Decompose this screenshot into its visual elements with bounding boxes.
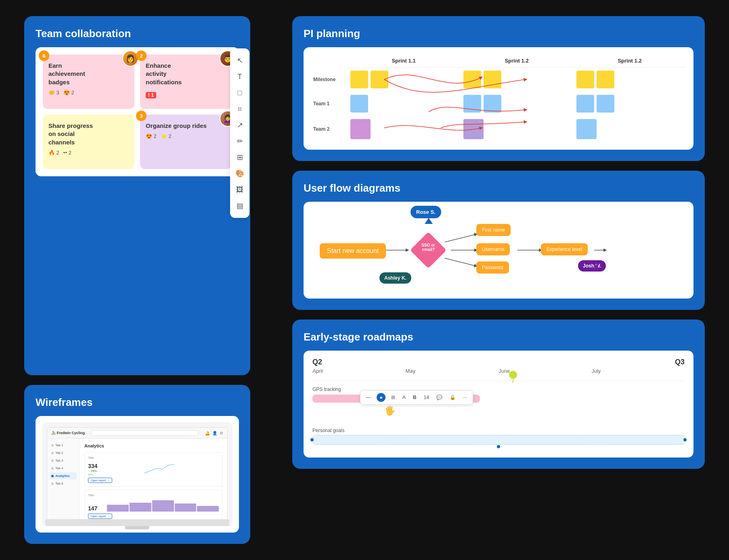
layout-icon[interactable]: ▤ — [233, 199, 247, 213]
edit-B-btn[interactable]: B — [411, 394, 418, 401]
josh-label: Josh W. — [578, 260, 606, 272]
bar-chart-2 — [107, 500, 219, 512]
firstname-label: First name — [476, 224, 511, 236]
alert-area: ! 1 — [146, 90, 226, 98]
laptop-icons: 🔔 👤 ⚙ — [205, 431, 223, 435]
pi-planning-inner: Sprint 1.1 Sprint 1.2 Sprint 1.2 Milesto… — [304, 47, 693, 150]
ashley-label: Ashley K. — [379, 272, 411, 284]
metric-card-1: Title 334 ↑ 15% aaa — [84, 452, 222, 487]
rectangle-icon[interactable]: □ — [233, 86, 247, 100]
team-collab-grid: 6 👩 Earnachievementbadges 🤝 3 😍 2 2 — [36, 47, 239, 176]
reaction-dots: •• 2 — [63, 150, 71, 156]
team-collab-title: Team collaboration — [36, 27, 239, 40]
laptop-search — [91, 430, 199, 436]
card-text-enhance: Enhanceactivitynotifications — [146, 62, 226, 86]
card-enhance: 2 👨 Enhanceactivitynotifications ! 1 — [140, 54, 232, 109]
card-reactions-earn: 🤝 3 😍 2 — [48, 90, 129, 96]
cursor-hand-icon: 🖐 — [384, 405, 395, 416]
sprint-1-2b-header: Sprint 1.2 — [573, 54, 686, 67]
sticky-yellow-2 — [371, 71, 388, 88]
pi-planning-title: PI planning — [304, 27, 693, 40]
pi-planning-panel: PI planning Sprint 1.1 Sprint 1.2 Sprint… — [292, 16, 705, 161]
edit-14-btn[interactable]: 14 — [422, 394, 431, 401]
cursor-icon[interactable]: ↖ — [233, 53, 247, 68]
josh-bubble: Josh W. — [578, 260, 606, 272]
card-text-share: Share progresson socialchannels — [48, 122, 129, 146]
sticky-note-icon[interactable]: ⌗ — [233, 102, 247, 116]
handle-left[interactable] — [310, 438, 314, 441]
decision-label: SSO oremail? — [410, 243, 446, 252]
team-collab-inner: 6 👩 Earnachievementbadges 🤝 3 😍 2 2 — [36, 47, 239, 176]
card-badge-organize: 3 — [136, 111, 147, 121]
edit-A-btn[interactable]: A — [401, 394, 407, 401]
sticky-blue-4 — [576, 95, 594, 113]
metric2-title: Title — [88, 493, 219, 497]
milestone-sprint3 — [573, 67, 686, 92]
card-reactions-organize: 😍 2 ⭐ 2 — [146, 133, 226, 139]
pen-icon[interactable]: ✏ — [233, 134, 247, 148]
sprint-1-2a-header: Sprint 1.2 — [460, 54, 573, 67]
card-badge-enhance: 2 — [136, 50, 147, 61]
metric1-up: ↑ 15% — [88, 469, 97, 473]
sidebar-tab4: Tab 4 — [50, 465, 77, 472]
metric1-sub: aaa — [88, 473, 97, 476]
team1-label: Team 1 — [311, 92, 347, 116]
arrow-icon[interactable]: ↗ — [233, 118, 247, 132]
edit-dash-btn[interactable]: — — [364, 394, 373, 401]
image-icon[interactable]: 🖼 — [233, 182, 247, 197]
edit-circle-btn[interactable]: ● — [377, 393, 385, 402]
text-icon[interactable]: T — [233, 69, 247, 84]
metric-card-2: Title 147 — [84, 490, 222, 519]
reaction-star-eyes: 😍 2 — [146, 133, 157, 139]
person-icon: 👤 — [212, 431, 217, 435]
sticky-purple-1 — [350, 119, 371, 139]
edit-comment-btn[interactable]: 💬 — [435, 394, 444, 401]
team2-sprint3 — [573, 116, 686, 142]
team2-sprint1 — [347, 116, 460, 142]
open-report-btn-1[interactable]: Open report → — [88, 478, 112, 483]
april-label: April — [312, 368, 406, 374]
sticky-blue-5 — [597, 95, 614, 113]
roadmaps-panel: Early-stage roadmaps Q2 Q3 — [292, 320, 705, 469]
timeline-divider — [312, 380, 685, 381]
sidebar-tab1: Tab 1 — [50, 442, 77, 449]
sticky-yellow-3 — [463, 71, 481, 88]
milestone-label: Milestone — [311, 67, 347, 92]
paint-icon[interactable]: 🎨 — [233, 166, 247, 181]
team2-sprint2 — [460, 116, 573, 142]
sidebar-tab3: Tab 3 — [50, 457, 77, 464]
user-flow-inner: Rose S. Start new account SSO oremail? F… — [304, 202, 693, 299]
team1-row: Team 1 — [311, 92, 686, 116]
laptop-screen: 🚴 Fredwin Cycling 🔔 👤 ⚙ — [47, 427, 228, 520]
sticky-yellow-6 — [597, 71, 614, 88]
q3-label: Q3 — [675, 358, 685, 366]
edit-lock-btn[interactable]: 🔒 — [448, 394, 457, 401]
sticky-blue-2 — [463, 95, 481, 113]
svg-line-3 — [445, 258, 477, 266]
edit-grid-btn[interactable]: ⊞ — [390, 394, 397, 401]
q2-label: Q2 — [312, 358, 322, 366]
open-report-btn-2[interactable]: Open report → — [88, 514, 112, 519]
card-text-organize: Organize group rides — [146, 122, 226, 130]
roadmaps-inner: Q2 Q3 April May June July — [304, 351, 693, 458]
sprint-1-1-header: Sprint 1.1 — [347, 54, 460, 67]
handle-right[interactable] — [683, 438, 687, 441]
decision-node: SSO oremail? — [410, 237, 446, 263]
sidebar-tab2: Tab 2 — [50, 449, 77, 456]
wireframes-inner: 🚴 Fredwin Cycling 🔔 👤 ⚙ — [36, 416, 239, 533]
wireframes-title: Wireframes — [36, 396, 239, 409]
roadmaps-title: Early-stage roadmaps — [304, 331, 693, 343]
alert-badge: ! 1 — [146, 92, 156, 98]
card-share: Share progresson socialchannels 🔥 2 •• 2 — [43, 115, 134, 169]
laptop-content: Analytics Title 334 ↑ 15% aaa — [80, 439, 227, 519]
edit-more-btn[interactable]: ··· — [461, 394, 469, 401]
handle-bottom — [497, 445, 500, 448]
reaction-star: ⭐ 2 — [161, 133, 172, 139]
milestone-sprint2 — [460, 67, 573, 92]
pi-planning-grid-container: Sprint 1.1 Sprint 1.2 Sprint 1.2 Milesto… — [304, 47, 693, 150]
crop-icon[interactable]: ⊞ — [233, 150, 247, 165]
milestone-sprint1 — [347, 67, 460, 92]
milestone-row: Milestone — [311, 67, 686, 92]
reaction-heart-eyes: 😍 2 — [63, 90, 74, 96]
sticky-lavender-1 — [463, 119, 484, 139]
